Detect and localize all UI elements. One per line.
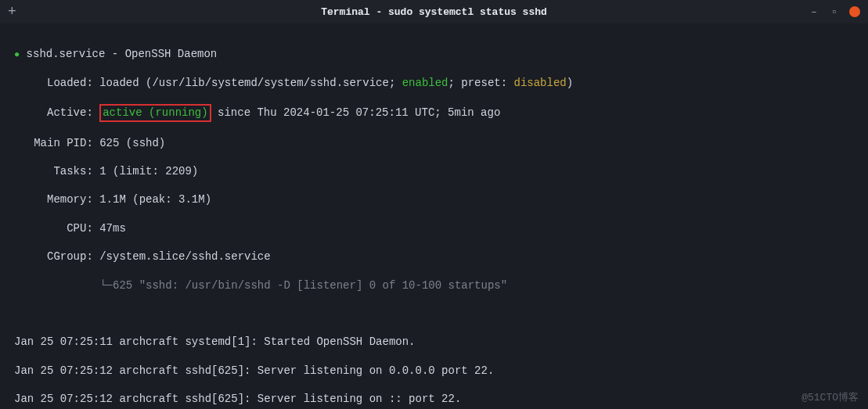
watermark: @51CTO博客 bbox=[801, 390, 859, 404]
main-pid: Main PID: 625 (sshd) bbox=[14, 136, 854, 150]
minimize-button[interactable]: – bbox=[809, 6, 819, 17]
titlebar: + Terminal - sudo systemctl status sshd … bbox=[0, 0, 868, 23]
preset-status: disabled bbox=[514, 77, 567, 89]
service-name: sshd.service - OpenSSH Daemon bbox=[20, 48, 217, 60]
memory: Memory: 1.1M (peak: 3.1M) bbox=[14, 192, 854, 206]
close-button[interactable] bbox=[849, 6, 860, 17]
maximize-button[interactable]: ▫ bbox=[829, 6, 840, 17]
titlebar-left: + bbox=[8, 4, 16, 20]
tasks: Tasks: 1 (limit: 2209) bbox=[14, 164, 854, 178]
add-tab-button[interactable]: + bbox=[8, 4, 16, 20]
terminal-output[interactable]: ● sshd.service - OpenSSH Daemon Loaded: … bbox=[0, 23, 868, 409]
enabled-status: enabled bbox=[402, 77, 448, 89]
cgroup-process: 625 "sshd: /usr/bin/sshd -D [listener] 0… bbox=[113, 279, 507, 292]
highlight-box: active (running) bbox=[99, 104, 211, 121]
window-controls: – ▫ bbox=[809, 6, 860, 17]
active-status: active (running) bbox=[103, 106, 207, 119]
loaded-label: Loaded: bbox=[14, 77, 99, 89]
log-line: Jan 25 07:25:12 archcraft sshd[625]: Ser… bbox=[14, 392, 854, 406]
cgroup-tree: └─ bbox=[14, 279, 113, 292]
window-title: Terminal - sudo systemctl status sshd bbox=[321, 6, 547, 18]
active-since: since Thu 2024-01-25 07:25:11 UTC; 5min … bbox=[211, 106, 501, 119]
loaded-text: loaded (/usr/lib/systemd/system/sshd.ser… bbox=[99, 77, 402, 89]
cgroup: CGroup: /system.slice/sshd.service bbox=[14, 249, 854, 264]
cpu: CPU: 47ms bbox=[14, 221, 854, 235]
loaded-text2: ; preset: bbox=[448, 77, 514, 89]
log-line: Jan 25 07:25:12 archcraft sshd[625]: Ser… bbox=[14, 364, 854, 378]
loaded-text3: ) bbox=[567, 77, 573, 89]
active-label: Active: bbox=[14, 106, 99, 119]
log-line: Jan 25 07:25:11 archcraft systemd[1]: St… bbox=[14, 335, 854, 349]
